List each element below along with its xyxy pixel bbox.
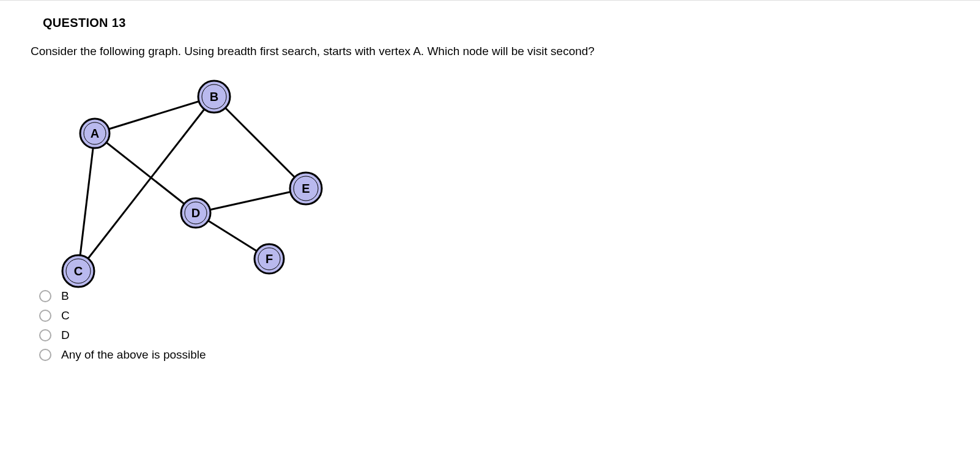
option-row[interactable]: Any of the above is possible: [39, 348, 949, 362]
graph-edge: [95, 133, 196, 213]
graph-svg: ABCDEF: [37, 69, 343, 289]
option-label: Any of the above is possible: [61, 348, 206, 362]
option-row[interactable]: D: [39, 329, 949, 342]
graph-diagram: ABCDEF: [37, 69, 343, 289]
graph-node-label: B: [210, 90, 218, 103]
question-prompt: Consider the following graph. Using brea…: [31, 43, 949, 60]
radio-icon[interactable]: [39, 290, 51, 302]
graph-edge: [95, 97, 214, 133]
option-label: C: [61, 309, 70, 322]
option-row[interactable]: C: [39, 309, 949, 322]
radio-icon[interactable]: [39, 349, 51, 361]
option-label: D: [61, 329, 70, 342]
graph-edge: [196, 188, 306, 213]
graph-node-label: D: [191, 206, 200, 220]
graph-node-label: F: [265, 252, 273, 266]
graph-edge: [214, 97, 306, 188]
graph-edge: [78, 133, 95, 271]
question-title: QUESTION 13: [43, 16, 949, 30]
question-container: QUESTION 13 Consider the following graph…: [0, 0, 980, 386]
option-row[interactable]: B: [39, 289, 949, 303]
radio-icon[interactable]: [39, 329, 51, 341]
answer-options: BCDAny of the above is possible: [39, 289, 949, 362]
radio-icon[interactable]: [39, 310, 51, 322]
option-label: B: [61, 289, 69, 303]
graph-node-label: E: [302, 182, 310, 195]
graph-node-label: C: [74, 264, 83, 278]
graph-node-label: A: [91, 127, 99, 140]
